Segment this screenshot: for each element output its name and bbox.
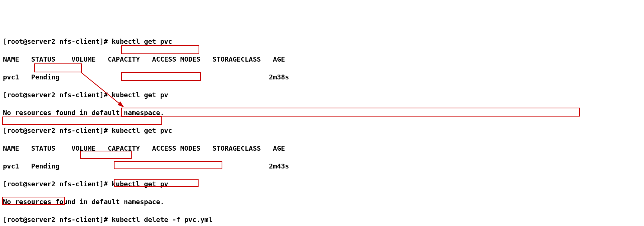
output-text: No resources found in default namespace.: [3, 108, 641, 117]
prompt: [root@server2 nfs-client]#: [3, 37, 112, 45]
highlight-box: [2, 117, 162, 125]
terminal-line: [root@server2 nfs-client]# kubectl get p…: [3, 126, 641, 135]
highlight-box: [121, 45, 199, 54]
table-header: NAME STATUS VOLUME CAPACITY ACCESS MODES…: [3, 55, 641, 64]
terminal-line: [root@server2 nfs-client]# kubectl get p…: [3, 180, 641, 189]
prompt: [root@server2 nfs-client]#: [3, 216, 112, 223]
terminal-line: [root@server2 nfs-client]# kubectl get p…: [3, 37, 641, 46]
prompt: [root@server2 nfs-client]#: [3, 91, 112, 99]
command-text: kubectl get pv: [112, 180, 168, 188]
highlight-box: [34, 63, 82, 72]
prompt: [root@server2 nfs-client]#: [3, 180, 112, 188]
table-row: pvc1 Pending 2m38s: [3, 73, 641, 82]
terminal-line: [root@server2 nfs-client]# kubectl get p…: [3, 91, 641, 99]
command-text: kubectl delete -f pvc.yml: [112, 216, 213, 223]
command-text: kubectl get pv: [112, 91, 168, 99]
terminal-line: [root@server2 nfs-client]# kubectl delet…: [3, 215, 641, 224]
table-header: NAME STATUS VOLUME CAPACITY ACCESS MODES…: [3, 144, 641, 153]
output-text: No resources found in default namespace.: [3, 197, 641, 206]
command-text: kubectl get pvc: [112, 37, 173, 45]
command-text: kubectl get pvc: [112, 127, 173, 134]
table-row: pvc1 Pending 2m43s: [3, 162, 641, 171]
prompt: [root@server2 nfs-client]#: [3, 127, 112, 134]
